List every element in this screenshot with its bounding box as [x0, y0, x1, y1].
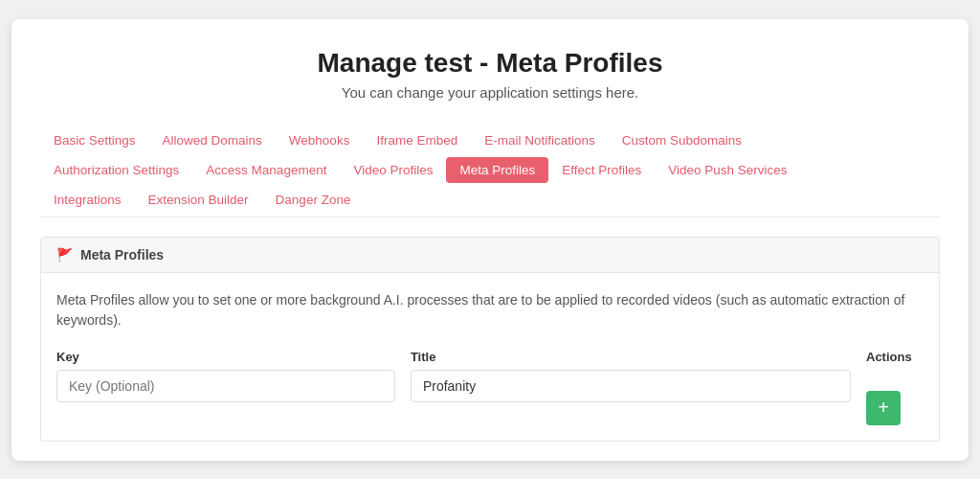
section-header: 🚩 Meta Profiles [40, 237, 940, 273]
nav-tab-video-profiles[interactable]: Video Profiles [340, 157, 446, 183]
nav-tab-video-push-services[interactable]: Video Push Services [655, 157, 800, 183]
section-icon: 🚩 [56, 247, 73, 262]
add-button[interactable]: + [866, 391, 901, 425]
nav-tab-effect-profiles[interactable]: Effect Profiles [548, 157, 655, 183]
title-form-group: Title [411, 350, 851, 402]
actions-form-group: Actions + [866, 350, 924, 425]
main-container: Manage test - Meta Profiles You can chan… [11, 19, 969, 461]
section-body: Meta Profiles allow you to set one or mo… [40, 273, 940, 442]
page-subtitle: You can change your application settings… [40, 84, 940, 101]
nav-tab-access-management[interactable]: Access Management [192, 157, 340, 183]
section-description: Meta Profiles allow you to set one or mo… [56, 290, 924, 331]
nav-tab-authorization-settings[interactable]: Authorization Settings [40, 157, 192, 183]
page-header: Manage test - Meta Profiles You can chan… [40, 48, 940, 101]
key-label: Key [56, 350, 395, 364]
page-title: Manage test - Meta Profiles [40, 48, 940, 79]
nav-tab-iframe-embed[interactable]: Iframe Embed [363, 127, 471, 153]
key-form-group: Key [56, 350, 395, 402]
nav-tab-meta-profiles[interactable]: Meta Profiles [446, 157, 548, 183]
nav-tab-extension-builder[interactable]: Extension Builder [135, 187, 262, 213]
nav-tab-danger-zone[interactable]: Danger Zone [262, 187, 365, 213]
nav-row-1: Authorization SettingsAccess ManagementV… [40, 157, 940, 183]
nav-tab-basic-settings[interactable]: Basic Settings [40, 127, 149, 153]
nav-row-2: IntegrationsExtension BuilderDanger Zone [40, 187, 940, 213]
nav-tab-integrations[interactable]: Integrations [40, 187, 135, 213]
nav-tab-webhooks[interactable]: Webhooks [276, 127, 364, 153]
section-title: Meta Profiles [80, 247, 164, 262]
title-label: Title [411, 350, 851, 364]
nav-tab-custom-subdomains[interactable]: Custom Subdomains [609, 127, 755, 153]
nav-row-0: Basic SettingsAllowed DomainsWebhooksIfr… [40, 127, 940, 153]
form-row: Key Title Actions + [56, 350, 924, 425]
nav-tab-allowed-domains[interactable]: Allowed Domains [149, 127, 276, 153]
key-input[interactable] [56, 370, 395, 402]
nav-tabs: Basic SettingsAllowed DomainsWebhooksIfr… [40, 127, 940, 217]
actions-label: Actions [866, 350, 912, 364]
title-input[interactable] [411, 370, 851, 402]
nav-tab-email-notifications[interactable]: E-mail Notifications [471, 127, 609, 153]
